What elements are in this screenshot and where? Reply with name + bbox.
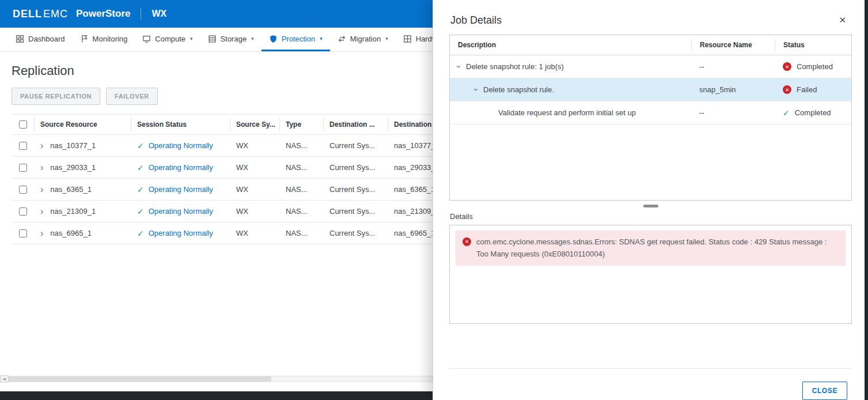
select-all-checkbox[interactable] — [19, 120, 27, 129]
row-checkbox[interactable] — [19, 229, 27, 237]
horizontal-scrollbar[interactable]: ◂ — [0, 375, 433, 383]
success-status-icon: ✓ — [783, 108, 790, 118]
column-header[interactable]: Resource Name — [691, 39, 775, 51]
session-status[interactable]: Operating Normally — [149, 229, 213, 237]
error-message: ✕ com.emc.cyclone.messages.sdnas.Errors:… — [456, 231, 846, 266]
nav-label: Monitoring — [93, 35, 128, 43]
type: NAS... — [280, 163, 324, 172]
panel-resize-handle[interactable] — [643, 205, 658, 207]
expand-chevron-icon[interactable]: › — [40, 141, 43, 150]
cluster-name: WX — [151, 9, 166, 19]
row-checkbox[interactable] — [19, 164, 27, 172]
column-header[interactable]: Session Status — [131, 118, 230, 131]
source-system: WX — [230, 229, 280, 237]
source-system: WX — [230, 185, 280, 194]
pause-replication-button[interactable]: PAUSE REPLICATION — [12, 88, 100, 105]
expand-chevron-icon[interactable]: › — [40, 229, 43, 238]
source-resource[interactable]: nas_21309_1 — [50, 207, 96, 216]
nav-label: Compute — [155, 35, 185, 43]
dashboard-icon — [16, 35, 24, 43]
migration-icon — [338, 35, 346, 43]
window-edge — [865, 0, 868, 400]
caret-down-icon: ▾ — [385, 36, 388, 41]
shield-icon — [269, 35, 278, 43]
session-status[interactable]: Operating Normally — [149, 207, 213, 216]
collapse-chevron-icon[interactable]: › — [455, 65, 464, 68]
session-status[interactable]: Operating Normally — [149, 185, 213, 194]
brand: DELL EMC PowerStore WX — [13, 8, 166, 20]
column-header[interactable]: Source Sy... — [230, 118, 280, 131]
check-icon: ✓ — [137, 229, 144, 238]
row-checkbox[interactable] — [19, 207, 27, 216]
nav-label: Migration — [350, 35, 381, 43]
scrollbar-thumb[interactable] — [9, 376, 271, 382]
scroll-left-button[interactable]: ◂ — [0, 375, 9, 383]
monitoring-icon — [80, 35, 89, 43]
destination: Current Sys... — [324, 163, 388, 172]
job-row[interactable]: › Delete snapshot rule: 1 job(s) -- ✕ Co… — [450, 55, 851, 78]
check-icon: ✓ — [137, 163, 144, 172]
nav-item-monitoring[interactable]: Monitoring — [73, 28, 135, 51]
close-button[interactable]: CLOSE — [802, 382, 847, 400]
job-description: Validate request and perform initial set… — [498, 108, 636, 117]
source-resource[interactable]: nas_6365_1 — [50, 185, 92, 194]
type: NAS... — [280, 207, 324, 216]
error-status-icon: ✕ — [783, 85, 791, 94]
job-description: Delete snapshot rule. — [483, 85, 554, 94]
destination: Current Sys... — [324, 141, 388, 150]
destination: Current Sys... — [324, 207, 388, 216]
caret-down-icon: ▾ — [251, 36, 254, 41]
nav-item-dashboard[interactable]: Dashboard — [8, 28, 73, 51]
job-status: Failed — [797, 85, 817, 94]
panel-header: Job Details ✕ — [449, 0, 852, 35]
job-table-empty-area — [450, 124, 851, 200]
row-checkbox[interactable] — [19, 142, 27, 150]
scrollbar-track[interactable] — [9, 376, 433, 382]
column-header[interactable]: Description — [450, 41, 691, 49]
job-description: Delete snapshot rule: 1 job(s) — [466, 62, 564, 71]
check-icon: ✓ — [137, 141, 144, 150]
destination: Current Sys... — [324, 185, 388, 194]
type: NAS... — [280, 229, 324, 237]
failover-button[interactable]: FAILOVER — [106, 88, 158, 105]
session-status[interactable]: Operating Normally — [149, 141, 213, 150]
expand-chevron-icon[interactable]: › — [40, 185, 43, 194]
caret-down-icon: ▾ — [320, 36, 323, 41]
close-icon[interactable]: ✕ — [836, 14, 848, 27]
column-header[interactable]: Type — [280, 118, 324, 131]
nav-item-protection[interactable]: Protection ▾ — [261, 28, 330, 51]
hardware-icon — [403, 35, 412, 43]
job-row[interactable]: › Delete snapshot rule. snap_5min ✕ Fail… — [450, 78, 851, 101]
expand-chevron-icon[interactable]: › — [40, 207, 43, 216]
job-row[interactable]: Validate request and perform initial set… — [450, 101, 851, 124]
error-message-text: com.emc.cyclone.messages.sdnas.Errors: S… — [476, 236, 839, 261]
destination: Current Sys... — [324, 229, 388, 237]
column-header[interactable]: Destination ... — [324, 118, 388, 131]
source-system: WX — [230, 141, 280, 150]
nav-item-storage[interactable]: Storage ▾ — [200, 28, 261, 51]
error-status-icon: ✕ — [783, 62, 791, 71]
details-box: ✕ com.emc.cyclone.messages.sdnas.Errors:… — [449, 225, 852, 324]
source-system: WX — [230, 207, 280, 216]
brand-divider — [141, 8, 141, 20]
session-status[interactable]: Operating Normally — [149, 163, 213, 172]
type: NAS... — [280, 141, 324, 150]
check-icon: ✓ — [137, 185, 144, 194]
column-header[interactable]: Source Resource — [35, 118, 131, 131]
row-checkbox[interactable] — [19, 186, 27, 194]
nav-item-migration[interactable]: Migration ▾ — [330, 28, 396, 51]
collapse-chevron-icon[interactable]: › — [472, 88, 481, 91]
emc-logo: EMC — [43, 8, 68, 20]
source-resource[interactable]: nas_6965_1 — [50, 229, 92, 237]
expand-chevron-icon[interactable]: › — [40, 163, 43, 172]
column-header[interactable]: Status — [775, 39, 851, 51]
nav-label: Dashboard — [28, 35, 65, 43]
error-icon: ✕ — [463, 237, 471, 246]
job-details-panel: Job Details ✕ Description Resource Name … — [433, 0, 868, 400]
nav-item-compute[interactable]: Compute ▾ — [135, 28, 200, 51]
job-status: Completed — [795, 108, 831, 117]
type: NAS... — [280, 185, 324, 194]
job-resource: -- — [691, 62, 775, 71]
source-resource[interactable]: nas_29033_1 — [50, 163, 96, 172]
source-resource[interactable]: nas_10377_1 — [50, 141, 96, 150]
